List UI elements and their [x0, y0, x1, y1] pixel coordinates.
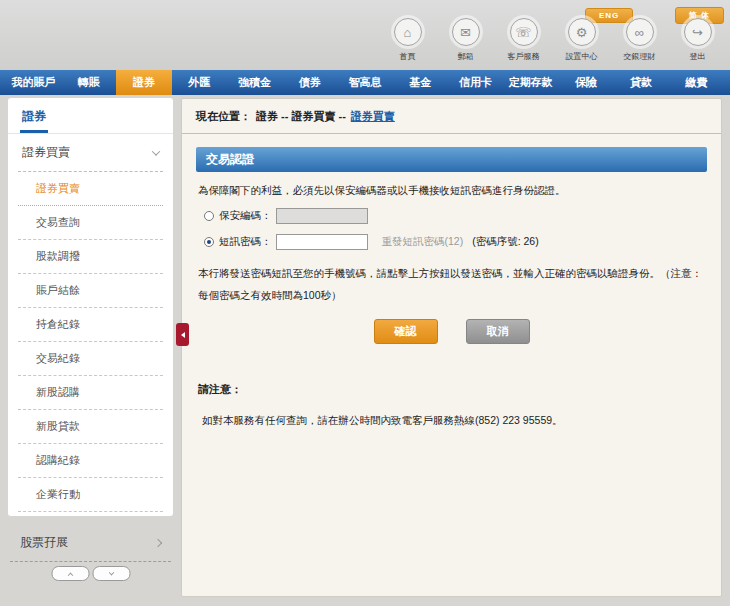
nav-item-time-deposit[interactable]: 定期存款	[503, 70, 558, 95]
gear-icon: ⚙	[568, 18, 596, 46]
sms-code-input[interactable]	[276, 234, 368, 250]
sidebar-item-corporate-actions[interactable]: 企業行動	[18, 478, 163, 512]
wealth-icon: ∞	[626, 18, 654, 46]
sidebar-item-ipo-loan[interactable]: 新股貸款	[18, 410, 163, 444]
breadcrumb-path: 證券 -- 證券買賣 --	[256, 110, 346, 122]
security-code-input[interactable]	[276, 208, 368, 224]
main-nav: 我的賬戶 轉賬 證券 外匯 強積金 債券 智高息 基金 信用卡 定期存款 保險 …	[0, 70, 730, 95]
page: ENG 简 体 ⌂ 首頁 ✉ 郵箱 ☏ 客戶服務	[0, 0, 730, 606]
note-text: 本行將發送密碼短訊至您的手機號碼，請點擊上方按鈕以發送密碼，並輸入正確的密碼以驗…	[198, 262, 705, 306]
chevron-down-icon	[108, 569, 114, 575]
sidebar-item-transaction-enquiry[interactable]: 交易查詢	[18, 206, 163, 240]
chevron-right-icon	[154, 538, 162, 546]
nav-item-my-accounts[interactable]: 我的賬戶	[6, 70, 61, 95]
content: 證券 證券買賣 證券買賣 交易查詢 股款調撥 賬戶結餘	[0, 95, 730, 606]
sidebar-pager	[51, 566, 130, 581]
main-content: 現在位置：證券 -- 證券買賣 --證券買賣 交易認證 為保障閣下的利益，必須先…	[181, 98, 722, 597]
notice-title: 請注意：	[198, 382, 707, 397]
scroll-up-button[interactable]	[51, 566, 89, 581]
quick-link-wealth-management[interactable]: ∞ 交銀理財	[615, 18, 664, 62]
notice-text: 如對本服務有任何查詢，請在辦公時間內致電客戶服務熱線(852) 223 9555…	[202, 414, 707, 428]
quick-link-label: 交銀理財	[624, 51, 656, 62]
home-icon: ⌂	[394, 18, 422, 46]
sidebar-item-account-balance[interactable]: 賬戶結餘	[18, 274, 163, 308]
password-serial-number: (密碼序號: 26)	[472, 235, 539, 249]
quick-link-home[interactable]: ⌂ 首頁	[383, 18, 432, 62]
sidebar-section-label: 證券買賣	[22, 144, 70, 161]
action-buttons: 確認 取消	[196, 319, 707, 344]
sidebar-items: 證券買賣 交易查詢 股款調撥 賬戶結餘 持倉紀錄 交易紀錄 新股認購 新股貸款	[8, 172, 173, 512]
topbar: ENG 简 体 ⌂ 首頁 ✉ 郵箱 ☏ 客戶服務	[0, 0, 730, 70]
nav-item-transfer[interactable]: 轉賬	[61, 70, 116, 95]
resend-sms-button[interactable]: 重發短訊密碼(12)	[382, 235, 464, 249]
panel-title: 交易認證	[196, 147, 707, 172]
sidebar-menu: 證券 證券買賣 證券買賣 交易查詢 股款調撥 賬戶結餘	[8, 98, 173, 516]
nav-item-bonds[interactable]: 債券	[282, 70, 337, 95]
nav-item-mpf[interactable]: 強積金	[227, 70, 282, 95]
breadcrumb-current[interactable]: 證券買賣	[351, 110, 395, 122]
divider	[182, 133, 721, 134]
security-code-option: 保安編碼：	[204, 208, 707, 224]
cancel-button[interactable]: 取消	[466, 319, 530, 344]
nav-item-bill-payment[interactable]: 繳費	[669, 70, 724, 95]
quick-link-label: 設置中心	[566, 51, 598, 62]
sidebar-item-transaction-records[interactable]: 交易紀錄	[18, 342, 163, 376]
quick-link-label: 登出	[690, 51, 706, 62]
quick-link-mailbox[interactable]: ✉ 郵箱	[441, 18, 490, 62]
sidebar-extra-label: 股票孖展	[20, 534, 68, 551]
sidebar-item-securities-trading[interactable]: 證券買賣	[18, 172, 163, 206]
breadcrumb: 現在位置：證券 -- 證券買賣 --證券買賣	[196, 109, 707, 124]
nav-item-funds[interactable]: 基金	[393, 70, 448, 95]
breadcrumb-prefix: 現在位置：	[196, 110, 251, 122]
quick-links: ⌂ 首頁 ✉ 郵箱 ☏ 客戶服務 ⚙ 設置中心	[383, 18, 722, 62]
nav-item-credit-card[interactable]: 信用卡	[448, 70, 503, 95]
sidebar-item-portfolio-records[interactable]: 持倉紀錄	[18, 308, 163, 342]
sidebar-item-stock-fund-transfer[interactable]: 股款調撥	[18, 240, 163, 274]
quick-link-customer-service[interactable]: ☏ 客戶服務	[499, 18, 548, 62]
sidebar-tab-label: 證券	[20, 108, 48, 133]
logout-icon: ↪	[684, 18, 712, 46]
security-code-radio[interactable]	[204, 211, 214, 221]
nav-item-smart-interest[interactable]: 智高息	[337, 70, 392, 95]
quick-link-label: 客戶服務	[508, 51, 540, 62]
quick-link-label: 郵箱	[458, 51, 474, 62]
customer-service-icon: ☏	[510, 18, 538, 46]
sms-code-option: 短訊密碼： 重發短訊密碼(12) (密碼序號: 26)	[204, 234, 707, 250]
quick-link-label: 首頁	[400, 51, 416, 62]
nav-item-loans[interactable]: 貸款	[614, 70, 669, 95]
mail-icon: ✉	[452, 18, 480, 46]
sidebar-section-securities-trading[interactable]: 證券買賣	[18, 134, 163, 172]
sidebar-section-margin-trading[interactable]: 股票孖展	[10, 524, 171, 562]
sms-code-radio[interactable]	[204, 237, 214, 247]
sidebar: 證券 證券買賣 證券買賣 交易查詢 股款調撥 賬戶結餘	[8, 98, 173, 597]
quick-link-settings-center[interactable]: ⚙ 設置中心	[557, 18, 606, 62]
quick-link-logout[interactable]: ↪ 登出	[673, 18, 722, 62]
sidebar-item-subscription-records[interactable]: 認購紀錄	[18, 444, 163, 478]
nav-item-insurance[interactable]: 保險	[558, 70, 613, 95]
chevron-down-icon	[152, 147, 160, 155]
scroll-down-button[interactable]	[92, 566, 130, 581]
triangle-left-icon	[181, 332, 185, 338]
sidebar-tab-securities[interactable]: 證券	[8, 98, 173, 134]
confirm-button[interactable]: 確認	[374, 319, 438, 344]
sms-code-label: 短訊密碼：	[219, 235, 272, 249]
collapse-sidebar-tab[interactable]	[176, 323, 189, 346]
sidebar-item-ipo-subscription[interactable]: 新股認購	[18, 376, 163, 410]
nav-item-securities[interactable]: 證券	[116, 70, 171, 95]
chevron-up-icon	[67, 572, 73, 578]
security-code-label: 保安編碼：	[219, 209, 272, 223]
nav-item-forex[interactable]: 外匯	[172, 70, 227, 95]
instruction-text: 為保障閣下的利益，必須先以保安編碼器或以手機接收短訊密碼進行身份認證。	[198, 184, 705, 198]
